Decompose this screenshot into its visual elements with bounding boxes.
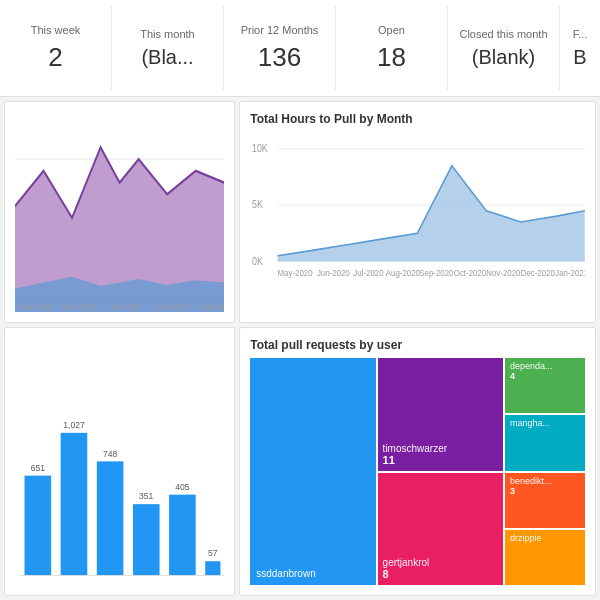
svg-rect-27 xyxy=(25,476,52,576)
stat-value-this-week: 2 xyxy=(48,42,62,73)
main-content: Nov-2020 Dec-2020 Jan-2021 Feb-2021 Mar-… xyxy=(0,97,600,600)
treemap-cell-drzippie: drzippie xyxy=(505,530,585,585)
svg-text:748: 748 xyxy=(103,449,118,459)
stat-this-month: This month (Bla... xyxy=(112,6,224,90)
treemap-name-dependa: dependa... xyxy=(510,361,580,371)
treemap-count-dependa: 4 xyxy=(510,371,580,381)
treemap-cell-timoschwarzer: timoschwarzer 11 xyxy=(378,358,503,471)
svg-text:10K: 10K xyxy=(252,143,268,155)
treemap-title: Total pull requests by user xyxy=(250,338,585,352)
svg-text:Jan-2021: Jan-2021 xyxy=(110,301,142,312)
svg-text:1,027: 1,027 xyxy=(63,420,85,430)
treemap-count-timoschwarzer: 11 xyxy=(383,454,498,466)
stat-extra: F... B xyxy=(560,6,600,90)
stat-closed-month: Closed this month (Blank) xyxy=(448,6,560,90)
bottom-left-svg: 651 1,027 748 351 405 57 xyxy=(15,338,224,585)
bottom-left-chart-area: 651 1,027 748 351 405 57 xyxy=(15,338,224,585)
bottom-left-chart: 651 1,027 748 351 405 57 xyxy=(4,327,235,596)
svg-text:Jun-2020: Jun-2020 xyxy=(317,267,350,278)
top-right-chart: Total Hours to Pull by Month 10K 5K 0K xyxy=(239,101,596,323)
stat-value-open: 18 xyxy=(377,42,406,73)
svg-text:Feb-2021: Feb-2021 xyxy=(158,301,191,312)
stat-label-closed-month: Closed this month xyxy=(459,28,547,40)
treemap-cell-dependa: dependa... 4 xyxy=(505,358,585,413)
treemap-count-gertjankrol: 8 xyxy=(383,568,498,580)
svg-rect-31 xyxy=(97,461,124,575)
svg-text:Oct-2020: Oct-2020 xyxy=(454,267,487,278)
svg-rect-33 xyxy=(133,504,160,575)
stat-label-extra: F... xyxy=(573,28,588,40)
bottom-right-chart: Total pull requests by user ssddanbrown … xyxy=(239,327,596,596)
top-right-svg: 10K 5K 0K May-2020 Jun-2020 Jul-2020 Aug… xyxy=(250,132,585,312)
svg-text:Nov-2020: Nov-2020 xyxy=(487,267,521,278)
svg-text:Sep-2020: Sep-2020 xyxy=(420,267,454,278)
top-right-chart-title: Total Hours to Pull by Month xyxy=(250,112,585,126)
treemap-name-benedikt: benedikt... xyxy=(510,476,580,486)
top-row: Nov-2020 Dec-2020 Jan-2021 Feb-2021 Mar-… xyxy=(0,97,600,327)
svg-text:Mar-2021: Mar-2021 xyxy=(200,301,224,312)
svg-marker-17 xyxy=(278,166,585,262)
svg-text:405: 405 xyxy=(175,482,190,492)
treemap-name-gertjankrol: gertjankrol xyxy=(383,557,498,568)
treemap-right-column: dependa... 4 mangha... benedikt... 3 drz… xyxy=(505,358,585,585)
treemap-grid: ssddanbrown timoschwarzer 11 gertjankrol… xyxy=(250,358,585,585)
svg-text:0K: 0K xyxy=(252,255,263,267)
stat-value-prior-months: 136 xyxy=(258,42,301,73)
top-left-chart-area: Nov-2020 Dec-2020 Jan-2021 Feb-2021 Mar-… xyxy=(15,112,224,312)
svg-text:Aug-2020: Aug-2020 xyxy=(386,267,420,278)
svg-rect-37 xyxy=(205,561,220,575)
stats-bar: This week 2 This month (Bla... Prior 12 … xyxy=(0,0,600,97)
top-left-svg: Nov-2020 Dec-2020 Jan-2021 Feb-2021 Mar-… xyxy=(15,112,224,312)
stat-open: Open 18 xyxy=(336,6,448,90)
svg-text:Dec-2020: Dec-2020 xyxy=(63,301,96,312)
svg-text:Jul-2020: Jul-2020 xyxy=(354,267,384,278)
treemap-name-drzippie: drzippie xyxy=(510,533,580,543)
svg-rect-35 xyxy=(169,495,196,576)
svg-text:Jan-2021: Jan-2021 xyxy=(555,267,585,278)
stat-value-this-month: (Bla... xyxy=(141,46,193,69)
svg-text:5K: 5K xyxy=(252,199,263,211)
top-left-chart: Nov-2020 Dec-2020 Jan-2021 Feb-2021 Mar-… xyxy=(4,101,235,323)
stat-label-this-week: This week xyxy=(31,24,81,36)
svg-text:651: 651 xyxy=(31,463,46,473)
treemap-cell-benedikt: benedikt... 3 xyxy=(505,473,585,528)
treemap-name-mangha: mangha... xyxy=(510,418,580,428)
svg-text:May-2020: May-2020 xyxy=(278,267,313,278)
treemap-name-timoschwarzer: timoschwarzer xyxy=(383,443,498,454)
svg-text:Nov-2020: Nov-2020 xyxy=(20,301,53,312)
stat-value-closed-month: (Blank) xyxy=(472,46,535,69)
svg-text:57: 57 xyxy=(208,548,218,558)
treemap-count-benedikt: 3 xyxy=(510,486,580,496)
svg-text:Dec-2020: Dec-2020 xyxy=(521,267,555,278)
stat-label-prior-months: Prior 12 Months xyxy=(241,24,319,36)
stat-value-extra: B xyxy=(573,46,586,69)
treemap-cell-ssddanbrown: ssddanbrown xyxy=(250,358,375,585)
treemap-cell-mangha: mangha... xyxy=(505,415,585,470)
treemap-cell-gertjankrol: gertjankrol 8 xyxy=(378,473,503,586)
treemap-name-ssddanbrown: ssddanbrown xyxy=(256,568,369,579)
stat-this-week: This week 2 xyxy=(0,6,112,90)
bottom-row: 651 1,027 748 351 405 57 xyxy=(0,327,600,600)
stat-label-open: Open xyxy=(378,24,405,36)
stat-label-this-month: This month xyxy=(140,28,194,40)
svg-text:351: 351 xyxy=(139,491,154,501)
top-right-chart-area: 10K 5K 0K May-2020 Jun-2020 Jul-2020 Aug… xyxy=(250,132,585,312)
stat-prior-months: Prior 12 Months 136 xyxy=(224,6,336,90)
svg-rect-29 xyxy=(61,433,88,576)
